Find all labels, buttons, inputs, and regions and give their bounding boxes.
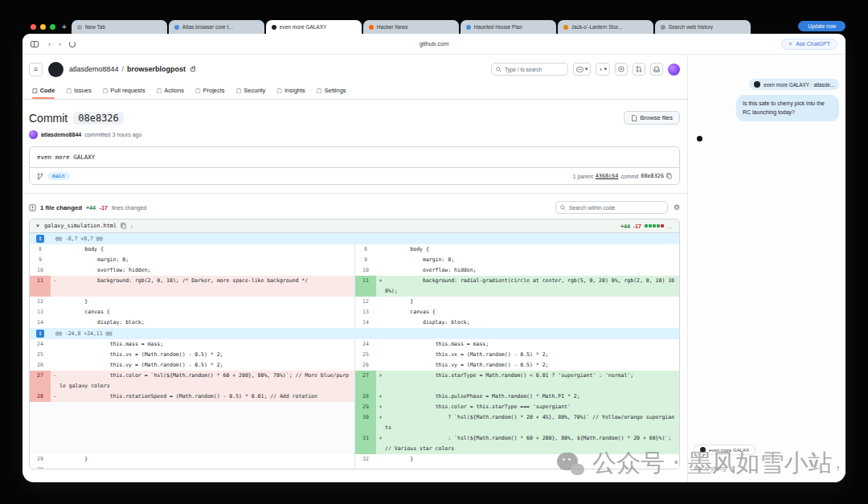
copilot-button[interactable]: ▾ (573, 63, 592, 76)
browser-tab[interactable]: Atlas browser core t... (169, 20, 264, 34)
commit-author[interactable]: atlasdemo8844 (41, 132, 81, 137)
diff-line-number[interactable]: 9 (30, 255, 51, 265)
breadcrumb-separator: / (122, 65, 125, 73)
diff-file-name[interactable]: galaxy_simulation.html (44, 223, 117, 229)
repo-tab-actions[interactable]: ▢Actions (157, 87, 184, 99)
diff-line-number[interactable]: 31 (355, 433, 376, 454)
address-bar[interactable]: github.com (23, 40, 845, 47)
repo-tab-code[interactable]: ▢Code (32, 87, 55, 99)
diff-line-number[interactable]: 25 (355, 350, 376, 360)
repo-tab-settings[interactable]: ▢Settings (317, 87, 346, 99)
composer-context-chip[interactable]: even more GALAX (694, 445, 755, 455)
diff-line-number[interactable]: 30 (30, 465, 51, 469)
diff-line-sign (376, 350, 385, 360)
search-within-code-input[interactable]: Search within code (555, 201, 668, 214)
copy-icon[interactable] (121, 223, 126, 229)
browser-tab[interactable]: Haunted House Plan (461, 20, 556, 34)
diff-line-number[interactable]: 25 (30, 350, 51, 360)
repo-tab-icon: ▢ (157, 88, 162, 94)
pull-requests-button[interactable] (633, 63, 645, 76)
github-logo-icon[interactable] (48, 62, 63, 77)
diff-line-number[interactable]: 9 (355, 255, 376, 265)
diff-line-number[interactable]: 14 (30, 318, 51, 328)
diff-line-number[interactable]: 27 (30, 371, 51, 391)
browser-tab[interactable]: Hacker News (363, 20, 459, 34)
expand-file-icon[interactable]: ↕ (130, 223, 133, 229)
browse-files-button[interactable]: Browse files (624, 111, 680, 125)
repo-owner[interactable]: atlasdemo8844 (69, 65, 119, 73)
inbox-button[interactable] (650, 63, 663, 76)
repo-tab-security[interactable]: ▢Security (236, 87, 266, 99)
diff-line-number[interactable] (355, 465, 376, 469)
lock-icon (190, 68, 195, 72)
diff-line-number[interactable]: 11 (355, 276, 376, 297)
browser-tab[interactable]: New Tab (72, 20, 167, 34)
diff-line-number[interactable]: 26 (30, 360, 51, 371)
diff-line-number[interactable]: 12 (355, 297, 376, 307)
ask-chatgpt-button[interactable]: ✕ Ask ChatGPT (781, 39, 837, 50)
repo-tab-projects[interactable]: ▢Projects (195, 87, 225, 99)
collapse-chevron-icon[interactable]: ▼ (35, 223, 40, 228)
gear-icon[interactable]: ⚙ (674, 203, 680, 211)
send-icon[interactable]: ↑ (837, 464, 841, 472)
diff-line-number[interactable] (30, 402, 51, 412)
diff-line-number[interactable]: 12 (30, 297, 51, 307)
context-chip[interactable]: even more GALAXY · atlasde... (749, 79, 839, 90)
diff-line-number[interactable]: 14 (355, 318, 376, 328)
repo-name[interactable]: browserblogpost (127, 65, 186, 73)
kebab-menu-icon[interactable]: … (667, 223, 674, 229)
new-tab-plus-icon[interactable]: + (62, 23, 72, 34)
diff-line-number[interactable]: 13 (355, 307, 376, 318)
repo-tab-issues[interactable]: ▢Issues (66, 87, 91, 99)
close-window-button[interactable] (31, 24, 36, 30)
files-changed-count[interactable]: 1 file changed (40, 204, 82, 211)
repo-tab-insights[interactable]: ▢Insights (276, 87, 305, 99)
diff-line-number[interactable]: 29 (30, 454, 51, 465)
user-avatar[interactable] (668, 64, 680, 76)
close-icon[interactable]: ✕ (788, 41, 792, 47)
diff-line-number[interactable]: 32 (355, 454, 376, 465)
diff-line-number[interactable]: 28 (30, 391, 51, 402)
issues-button[interactable] (615, 63, 628, 76)
diff-line-number[interactable]: 10 (30, 265, 51, 276)
branch-chip[interactable]: main (47, 172, 70, 180)
create-new-button[interactable]: + ▾ (596, 63, 610, 76)
diff-line-sign (376, 255, 385, 265)
diff-line-number[interactable]: 10 (355, 265, 376, 276)
diff-line-number[interactable]: 13 (30, 307, 51, 318)
window-controls[interactable] (23, 24, 62, 34)
diff-line-number[interactable]: 30 (355, 412, 376, 433)
diff-line-sign: + (376, 371, 385, 391)
diff-line-sign (376, 454, 385, 465)
global-search-input[interactable]: Type / to search (491, 63, 568, 76)
author-avatar[interactable] (29, 130, 38, 139)
diff-line-number[interactable]: 26 (355, 360, 376, 371)
hamburger-menu-button[interactable]: ≡ (29, 63, 43, 76)
diff-line-number[interactable]: 27 (355, 371, 376, 391)
diff-toolbar: 1 file changed +44 -17 lines changed Sea… (29, 201, 680, 214)
diff-line-number[interactable] (30, 433, 51, 454)
browser-tab[interactable]: Jack-o'-Lantern Stor... (558, 20, 653, 34)
diff-line-number[interactable]: 28 (355, 391, 376, 402)
diff-line-number[interactable] (30, 412, 51, 433)
diff-line-number[interactable]: 11 (30, 276, 51, 297)
parent-sha-link[interactable]: 4368c64 (596, 173, 619, 179)
repo-nav-tabs: ▢Code▢Issues▢Pull requests▢Actions▢Proje… (23, 84, 687, 100)
maximize-window-button[interactable] (50, 24, 55, 30)
browser-tab[interactable]: even more GALAXY (266, 20, 362, 34)
expand-hunk-button[interactable]: ↕ (36, 330, 44, 338)
copy-icon[interactable] (666, 173, 672, 179)
browser-action-button[interactable]: Update now (798, 21, 845, 31)
chevron-down-icon: ▾ (604, 66, 607, 72)
diff-line-number[interactable]: 29 (355, 402, 376, 412)
repo-tab-pull-requests[interactable]: ▢Pull requests (103, 87, 145, 99)
chat-input[interactable]: Ask anything ↑ (694, 460, 840, 476)
diff-line-number[interactable]: 24 (355, 339, 376, 350)
expand-hunk-button[interactable]: ↕ (36, 235, 44, 243)
diff-line-number[interactable]: 8 (30, 244, 51, 255)
browser-tab[interactable]: Search web history (655, 20, 751, 34)
diff-line-number[interactable]: 24 (30, 339, 51, 350)
diff-line-number[interactable]: 8 (355, 244, 376, 255)
minimize-window-button[interactable] (40, 24, 46, 30)
breadcrumb[interactable]: atlasdemo8844 / browserblogpost (69, 65, 195, 73)
